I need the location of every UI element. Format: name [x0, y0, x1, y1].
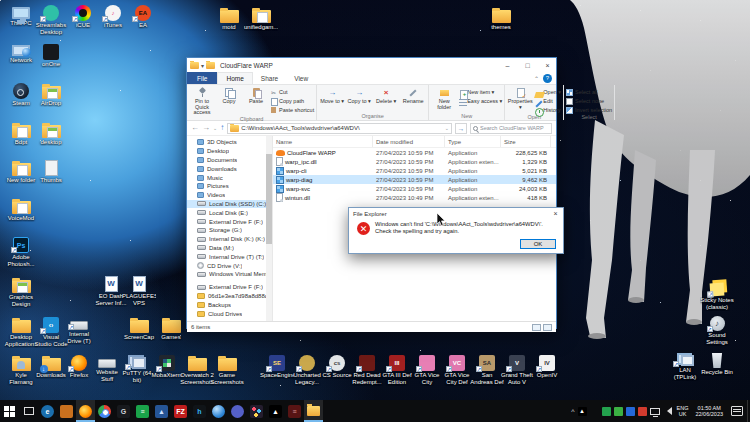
- desktop-icon-airdrop[interactable]: AirDrop: [36, 83, 66, 107]
- desktop-icon-onone[interactable]: onOne: [36, 44, 66, 68]
- taskbar-button-dark-red-app[interactable]: ≡: [285, 400, 304, 422]
- desktop-icon-desktop[interactable]: desktop: [36, 122, 66, 146]
- desktop-icon-grand-theft-auto-v[interactable]: V↗Grand Theft Auto V: [502, 355, 532, 386]
- ribbon-button-edit[interactable]: Edit: [534, 97, 561, 105]
- desktop-icon-uncharted-legacy[interactable]: ↗Uncharted Legacy...: [292, 355, 322, 386]
- dialog-titlebar[interactable]: File Explorer ×: [349, 208, 563, 219]
- taskbar-button-chrome[interactable]: [95, 400, 114, 422]
- tray-network[interactable]: [650, 408, 660, 415]
- tray-volume[interactable]: [663, 407, 672, 415]
- nav-item-internal-drive-t-t[interactable]: Internal Drive (T) (T:): [187, 252, 272, 261]
- ribbon-button-paste-shortcut[interactable]: Paste shortcut: [270, 106, 314, 114]
- ribbon-button-select-none[interactable]: Select none: [566, 97, 612, 105]
- nav-item-downloads[interactable]: Downloads: [187, 164, 272, 173]
- taskbar-button-edge[interactable]: e: [38, 400, 57, 422]
- tray-tray-green-1[interactable]: [602, 407, 611, 416]
- nav-item-cloud-drives[interactable]: Cloud Drives: [187, 309, 272, 318]
- qat-customize-icon[interactable]: ▾: [201, 62, 204, 69]
- qat-folder-icon[interactable]: [206, 62, 215, 69]
- desktop-icon-overwatch-2-screenshots[interactable]: Overwatch 2 Screenshots: [182, 355, 212, 386]
- nav-item-pictures[interactable]: Pictures: [187, 182, 272, 191]
- nav-scrollbar-thumb[interactable]: [266, 154, 272, 244]
- desktop-icon-desktop-applications[interactable]: Desktop Applications: [6, 317, 36, 348]
- column-header-date-modified[interactable]: Date modified: [373, 136, 445, 147]
- desktop-icon-screencap[interactable]: ScreenCap: [124, 317, 154, 341]
- desktop-icon-red-dead-redempt[interactable]: ↗Red Dead Redempt...: [352, 355, 382, 386]
- column-header-size[interactable]: Size: [501, 136, 551, 147]
- desktop-icon-unifiedgam[interactable]: unifiedgam...: [246, 7, 276, 31]
- desktop-icon-openiv[interactable]: IV↗OpenIV: [532, 355, 562, 379]
- taskbar-button-molecule[interactable]: [247, 400, 266, 422]
- ribbon-button-move-to[interactable]: →Move to ▾: [319, 86, 345, 105]
- desktop-icon-itunes[interactable]: ♪↗iTunes: [98, 5, 128, 29]
- nav-item-data-m[interactable]: Data (M:): [187, 244, 272, 253]
- desktop-icon-adobe-photosh[interactable]: Ps↗Adobe Photosh...: [6, 237, 36, 268]
- column-header-name[interactable]: Name: [273, 136, 373, 147]
- desktop-icon-mobaxterm[interactable]: ↗MobaXterm: [152, 355, 182, 379]
- taskbar-button-task-view[interactable]: [19, 400, 38, 422]
- nav-item-backups[interactable]: Backups: [187, 300, 272, 309]
- nav-item-external-drive-f-f[interactable]: External Drive F (F:): [187, 283, 272, 292]
- ribbon-button-easy-access[interactable]: Easy access ▾: [458, 97, 502, 105]
- ribbon-button-rename[interactable]: Rename: [400, 86, 426, 105]
- desktop-icon-voicemod[interactable]: VoiceMod: [6, 198, 36, 222]
- maximize-button[interactable]: □: [519, 58, 536, 72]
- tray-tray-green-2[interactable]: [614, 407, 623, 416]
- tab-share[interactable]: Share: [253, 72, 286, 84]
- up-icon[interactable]: ↑: [220, 124, 224, 132]
- ribbon-button-delete[interactable]: ×Delete ▾: [373, 86, 399, 105]
- details-view-icon[interactable]: [532, 324, 541, 331]
- file-row-warp-ipc-dll[interactable]: warp_ipc.dll27/04/2023 10:59 PMApplicati…: [273, 157, 556, 166]
- desktop-icon-cs-source[interactable]: cs↗CS Source: [322, 355, 352, 379]
- tray-tray-blue[interactable]: [626, 407, 635, 416]
- tab-view[interactable]: View: [286, 72, 316, 84]
- tray-tray-chrome[interactable]: [590, 407, 599, 416]
- file-row-wintun-dll[interactable]: wintun.dll27/04/2023 10:49 PMApplication…: [273, 193, 556, 202]
- taskbar-button-orange-app[interactable]: [57, 400, 76, 422]
- desktop-icon-recycle-bin[interactable]: Recycle Bin: [702, 352, 732, 376]
- taskbar-button-start[interactable]: [0, 400, 19, 422]
- desktop-icon-icue[interactable]: ↗iCUE: [68, 5, 98, 29]
- taskbar-button-green-app[interactable]: ≡: [133, 400, 152, 422]
- nav-item-storage-g[interactable]: Storage (G:): [187, 226, 272, 235]
- nav-item-documents[interactable]: Documents: [187, 156, 272, 165]
- desktop-icon-putty-64-bit[interactable]: ↗PuTTY (64 bit): [122, 355, 152, 384]
- collapse-ribbon-icon[interactable]: ⌃: [530, 72, 543, 84]
- recent-locations-icon[interactable]: ⌄: [213, 126, 217, 131]
- nav-item-desktop[interactable]: Desktop: [187, 147, 272, 156]
- desktop-icon-sound-settings[interactable]: ♪↗Sound Settings: [702, 316, 732, 346]
- desktop-icon-streamlabs-desktop[interactable]: ↗Streamlabs Desktop: [36, 5, 66, 36]
- nav-item-local-disk-e[interactable]: Local Disk (E:): [187, 208, 272, 217]
- desktop-icon-gta-vice-city[interactable]: ↗GTA Vice City: [412, 355, 442, 386]
- taskbar-button-ghub[interactable]: G: [114, 400, 133, 422]
- ribbon-button-copy-path[interactable]: Copy path: [270, 97, 314, 105]
- desktop-icon-spaceengine[interactable]: SE↗SpaceEngine: [262, 355, 292, 379]
- taskbar-button-firefox[interactable]: [76, 400, 95, 422]
- desktop-icon-website-stuff[interactable]: Website Stuff: [92, 355, 122, 383]
- language-indicator[interactable]: ENG UK: [674, 400, 692, 422]
- go-refresh-button[interactable]: →: [455, 123, 467, 134]
- nav-item-3d-objects[interactable]: 3D Objects: [187, 138, 272, 147]
- ribbon-button-open[interactable]: Open ▾: [534, 88, 561, 96]
- desktop-icon-this-pc[interactable]: This PC: [6, 5, 36, 27]
- search-box[interactable]: Search CloudFlare WARP: [470, 123, 552, 134]
- minimize-button[interactable]: –: [499, 58, 516, 72]
- file-row-warp-svc[interactable]: warp-svc27/04/2023 10:59 PMApplication24…: [273, 184, 556, 193]
- taskbar-button-hitfilm[interactable]: h: [190, 400, 209, 422]
- nav-item-windows-virtual-memory[interactable]: Windows Virtual Memory (: [187, 270, 272, 279]
- desktop-icon-steam[interactable]: Steam: [6, 83, 36, 107]
- tray-chevron-up[interactable]: ^: [571, 408, 574, 415]
- ribbon-button-properties[interactable]: Properties ▾: [507, 86, 533, 110]
- file-row-warp-diag[interactable]: warp-diag27/04/2023 10:59 PMApplication9…: [273, 175, 556, 184]
- forward-icon[interactable]: →: [202, 124, 210, 132]
- desktop-icon-motd[interactable]: motd: [214, 7, 244, 31]
- file-row-cloudflare-warp[interactable]: CloudFlare WARP27/04/2023 10:59 PMApplic…: [273, 148, 556, 157]
- ribbon-button-copy[interactable]: Copy: [216, 86, 242, 105]
- nav-item-external-drive-f-f[interactable]: External Drive F (F:): [187, 217, 272, 226]
- thumbnail-view-icon[interactable]: [543, 324, 552, 331]
- address-bar[interactable]: C:\Windows\AAct_Tools\wdvdriver\a64WDV\ …: [227, 123, 452, 134]
- tray-tray-red[interactable]: [638, 407, 647, 416]
- tab-home[interactable]: Home: [217, 72, 252, 84]
- desktop-icon-themes[interactable]: themes: [486, 7, 516, 31]
- taskbar-button-filezilla[interactable]: FZ: [171, 400, 190, 422]
